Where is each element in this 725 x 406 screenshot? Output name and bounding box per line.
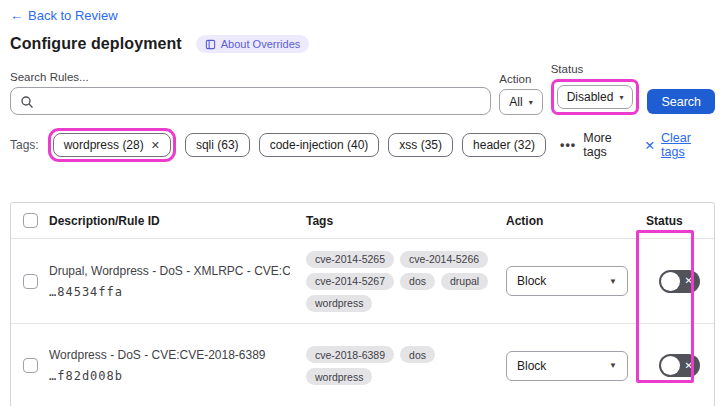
- rule-tag: wordpress: [306, 368, 372, 385]
- column-header-description: Description/Rule ID: [49, 214, 306, 228]
- toggle-x-icon: ✕: [685, 361, 693, 371]
- status-filter-label: Status: [551, 63, 640, 75]
- status-cell: ✕: [646, 354, 714, 377]
- clear-x-icon: ✕: [645, 138, 655, 153]
- status-filter-column: Status Disabled ▾: [551, 63, 640, 115]
- clear-tags-link[interactable]: ✕ Clear tags: [645, 131, 715, 159]
- rule-tag: cve-2014-5266: [400, 251, 488, 268]
- chevron-down-icon: ▾: [529, 98, 533, 107]
- tags-cell: cve-2014-5265 cve-2014-5266 cve-2014-526…: [306, 251, 506, 312]
- action-cell: Block ▼: [506, 351, 646, 381]
- about-overrides-label: About Overrides: [221, 38, 300, 50]
- table-row: Wordpress - DoS - CVE:CVE-2018-6389 …f82…: [11, 323, 714, 406]
- header-checkbox-cell: [11, 213, 49, 228]
- tags-label: Tags:: [10, 138, 39, 152]
- action-select[interactable]: Block ▼: [506, 351, 628, 381]
- row-checkbox-cell: [11, 274, 49, 289]
- rule-tag: dos: [400, 273, 435, 290]
- back-arrow-icon: ←: [10, 8, 23, 23]
- ellipsis-icon: •••: [560, 138, 576, 152]
- clear-tags-label: Clear tags: [661, 131, 715, 159]
- toggle-x-icon: ✕: [685, 276, 693, 286]
- rule-tag: wordpress: [306, 295, 372, 312]
- column-header-status: Status: [646, 214, 714, 228]
- action-filter-label: Action: [499, 73, 542, 85]
- action-filter-column: Action All ▾: [499, 73, 542, 115]
- rule-tag: drupal: [441, 273, 488, 290]
- description-cell: Wordpress - DoS - CVE:CVE-2018-6389 …f82…: [49, 348, 306, 383]
- description-cell: Drupal, Wordpress - DoS - XMLRPC - CVE:C…: [49, 264, 306, 299]
- more-tags-button[interactable]: ••• More tags: [560, 131, 635, 159]
- tags-cell: cve-2018-6389 dos wordpress: [306, 346, 506, 385]
- back-link-label: Back to Review: [28, 8, 118, 23]
- status-filter-highlight: Disabled ▾: [551, 79, 640, 115]
- rule-description: Drupal, Wordpress - DoS - XMLRPC - CVE:C…: [49, 264, 290, 278]
- select-all-checkbox[interactable]: [23, 213, 38, 228]
- remove-tag-icon[interactable]: ✕: [151, 139, 160, 152]
- rules-table: Description/Rule ID Tags Action Status D…: [10, 202, 715, 406]
- title-row: Configure deployment About Overrides: [10, 35, 715, 53]
- search-box: [10, 87, 491, 115]
- selected-tag-highlight: wordpress (28) ✕: [48, 128, 176, 162]
- rule-id: …f82d008b: [49, 369, 290, 383]
- tag-pill-header[interactable]: header (32): [462, 133, 546, 157]
- chevron-down-icon: ▾: [619, 93, 623, 102]
- rule-tag: cve-2014-5265: [306, 251, 394, 268]
- table-header-row: Description/Rule ID Tags Action Status: [11, 203, 714, 238]
- back-to-review-link[interactable]: ← Back to Review: [10, 8, 118, 23]
- tags-bar: Tags: wordpress (28) ✕ sqli (63) code-in…: [10, 128, 715, 162]
- column-header-action: Action: [506, 214, 646, 228]
- row-checkbox-cell: [11, 358, 49, 373]
- toggle-knob: [661, 356, 680, 375]
- action-filter-dropdown[interactable]: All ▾: [499, 89, 542, 115]
- action-cell: Block ▼: [506, 266, 646, 296]
- rule-description: Wordpress - DoS - CVE:CVE-2018-6389: [49, 348, 290, 362]
- rule-tag: cve-2018-6389: [306, 346, 394, 363]
- action-filter-value: All: [509, 95, 522, 109]
- search-rules-label: Search Rules...: [10, 71, 491, 83]
- search-button[interactable]: Search: [647, 89, 715, 114]
- action-select-value: Block: [517, 359, 546, 373]
- status-toggle-off[interactable]: ✕: [659, 354, 700, 377]
- rule-tag: cve-2014-5267: [306, 273, 394, 290]
- page-title: Configure deployment: [10, 35, 182, 53]
- tag-pill-xss[interactable]: xss (35): [388, 133, 453, 157]
- rule-tag: dos: [400, 346, 435, 363]
- tag-pill-wordpress[interactable]: wordpress (28) ✕: [53, 133, 171, 157]
- status-toggle-off[interactable]: ✕: [659, 270, 700, 293]
- chevron-down-icon: ▼: [609, 277, 617, 286]
- status-filter-dropdown[interactable]: Disabled ▾: [557, 85, 634, 109]
- about-overrides-badge[interactable]: About Overrides: [196, 35, 309, 53]
- rule-id: …84534ffa: [49, 285, 290, 299]
- search-input[interactable]: [39, 88, 486, 114]
- chevron-down-icon: ▼: [609, 361, 617, 370]
- status-filter-value: Disabled: [567, 90, 614, 104]
- row-checkbox[interactable]: [23, 274, 38, 289]
- action-select-value: Block: [517, 274, 546, 288]
- search-column: Search Rules...: [10, 71, 491, 115]
- table-row: Drupal, Wordpress - DoS - XMLRPC - CVE:C…: [11, 238, 714, 323]
- filter-row: Search Rules... Action All ▾ Status Disa…: [10, 63, 715, 115]
- book-icon: [205, 39, 216, 50]
- status-cell: ✕: [646, 270, 714, 293]
- toggle-knob: [661, 272, 680, 291]
- more-tags-label: More tags: [583, 131, 635, 159]
- tag-pill-label: wordpress (28): [64, 138, 144, 152]
- tag-pill-sqli[interactable]: sqli (63): [185, 133, 250, 157]
- search-icon: [20, 95, 34, 109]
- column-header-tags: Tags: [306, 214, 506, 228]
- row-checkbox[interactable]: [23, 358, 38, 373]
- configure-deployment-page: ← Back to Review Configure deployment Ab…: [0, 0, 725, 406]
- tag-pill-code-injection[interactable]: code-injection (40): [259, 133, 380, 157]
- action-select[interactable]: Block ▼: [506, 266, 628, 296]
